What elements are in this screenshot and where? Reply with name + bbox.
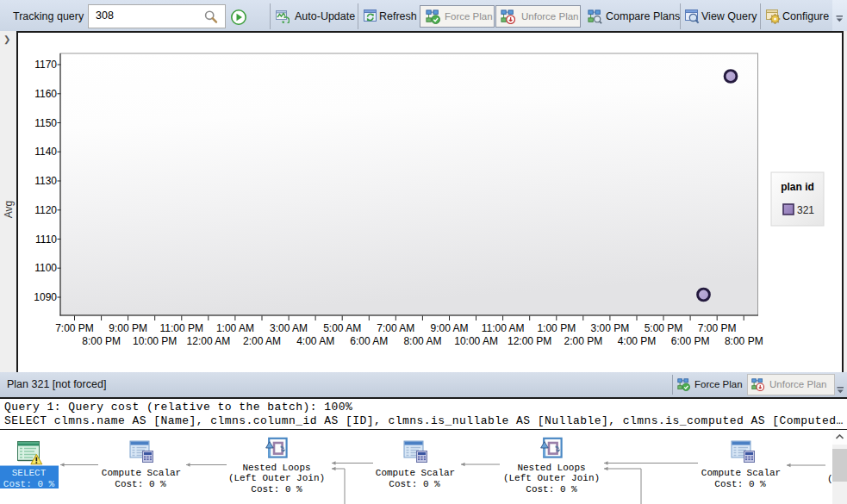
svg-text:3:00 AM: 3:00 AM (270, 322, 308, 334)
svg-text:SELECT: SELECT (12, 468, 47, 478)
svg-text:Compute Scalar: Compute Scalar (102, 468, 181, 478)
svg-text:1160: 1160 (34, 88, 57, 100)
svg-text:7:00 AM: 7:00 AM (377, 322, 414, 334)
svg-text:8:00 AM: 8:00 AM (403, 335, 441, 347)
svg-text:Nested Loops: Nested Loops (517, 463, 585, 473)
svg-text:Cost: 0 %: Cost: 0 % (714, 479, 766, 489)
svg-text:1090: 1090 (34, 291, 57, 303)
svg-text:1140: 1140 (34, 146, 57, 158)
svg-text:1150: 1150 (34, 117, 57, 129)
svg-text:Cost: 0 %: Cost: 0 % (526, 484, 577, 495)
svg-text:12:00 AM: 12:00 AM (187, 335, 231, 347)
svg-text:1170: 1170 (34, 59, 57, 71)
svg-text:Cost: 0 %: Cost: 0 % (3, 479, 55, 489)
svg-text:Nested Loops: Nested Loops (242, 463, 310, 473)
svg-text:3:00 PM: 3:00 PM (591, 322, 630, 334)
svg-text:2:00 PM: 2:00 PM (564, 335, 603, 347)
svg-text:9:00 AM: 9:00 AM (430, 322, 468, 334)
svg-text:plan id: plan id (781, 181, 814, 193)
svg-text:9:00 PM: 9:00 PM (109, 322, 147, 334)
svg-text:1:00 PM: 1:00 PM (537, 322, 576, 334)
svg-text:Cost: 0 %: Cost: 0 % (251, 484, 302, 495)
svg-text:5:00 PM: 5:00 PM (645, 322, 683, 334)
svg-text:10:00 AM: 10:00 AM (454, 335, 498, 347)
svg-text:7:00 PM: 7:00 PM (698, 322, 737, 334)
svg-text:1:00 AM: 1:00 AM (216, 322, 254, 334)
svg-text:6:00 AM: 6:00 AM (350, 335, 388, 347)
svg-text:11:00 AM: 11:00 AM (482, 322, 525, 334)
svg-text:5:00 AM: 5:00 AM (323, 322, 361, 334)
svg-text:4:00 PM: 4:00 PM (618, 335, 657, 347)
svg-text:(Left Outer Join): (Left Outer Join) (503, 473, 600, 483)
svg-text:1110: 1110 (35, 233, 57, 246)
svg-text:(Left Outer Join): (Left Outer Join) (228, 473, 325, 483)
svg-text:10:00 PM: 10:00 PM (133, 335, 177, 347)
svg-text:Cost: 0 %: Cost: 0 % (389, 479, 440, 489)
svg-text:Compute Scalar: Compute Scalar (701, 468, 781, 478)
svg-text:321: 321 (797, 204, 814, 216)
svg-text:8:00 PM: 8:00 PM (725, 335, 763, 347)
svg-text:7:00 PM: 7:00 PM (55, 322, 94, 334)
svg-text:6:00 PM: 6:00 PM (671, 335, 710, 347)
svg-text:12:00 PM: 12:00 PM (508, 335, 551, 347)
svg-text:1120: 1120 (34, 204, 57, 216)
svg-text:Compute Scalar: Compute Scalar (376, 468, 455, 478)
svg-text:1100: 1100 (34, 262, 57, 274)
svg-text:Cost: 0 %: Cost: 0 % (115, 479, 166, 489)
svg-text:2:00 AM: 2:00 AM (243, 335, 281, 347)
svg-text:4:00 AM: 4:00 AM (296, 335, 334, 347)
svg-text:11:00 PM: 11:00 PM (160, 322, 203, 334)
svg-text:8:00 PM: 8:00 PM (82, 335, 121, 347)
svg-text:1130: 1130 (34, 175, 57, 187)
